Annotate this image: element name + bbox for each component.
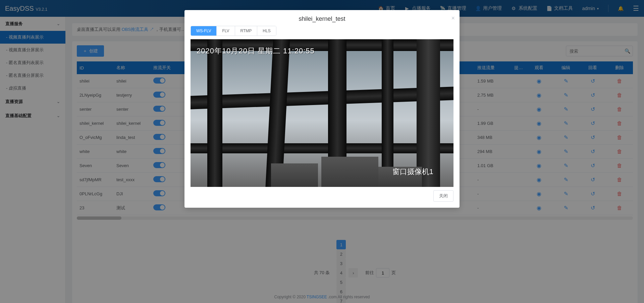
- protocol-tabs: WS-FLVFLVRTMPHLS: [191, 26, 276, 36]
- protocol-tab[interactable]: RTMP: [235, 26, 258, 36]
- protocol-tab[interactable]: HLS: [257, 26, 276, 36]
- video-scene: [191, 39, 453, 187]
- modal-close-button[interactable]: 关闭: [433, 190, 453, 202]
- modal-footer: 关闭: [191, 187, 453, 202]
- modal-header: shilei_kernel_test ×: [184, 10, 460, 26]
- modal-body: WS-FLVFLVRTMPHLS 2020年10月20日 星期二 11:20:5…: [184, 26, 460, 208]
- protocol-tab[interactable]: FLV: [217, 26, 235, 36]
- close-icon[interactable]: ×: [451, 15, 455, 22]
- video-player[interactable]: 2020年10月20日 星期二 11:20:55 窗口摄像机1: [191, 39, 453, 187]
- video-osd-camera: 窗口摄像机1: [392, 167, 433, 177]
- modal-title: shilei_kernel_test: [299, 15, 345, 22]
- video-osd-timestamp: 2020年10月20日 星期二 11:20:55: [197, 46, 315, 56]
- protocol-tab[interactable]: WS-FLV: [191, 26, 217, 36]
- video-modal: shilei_kernel_test × WS-FLVFLVRTMPHLS 20…: [184, 10, 460, 208]
